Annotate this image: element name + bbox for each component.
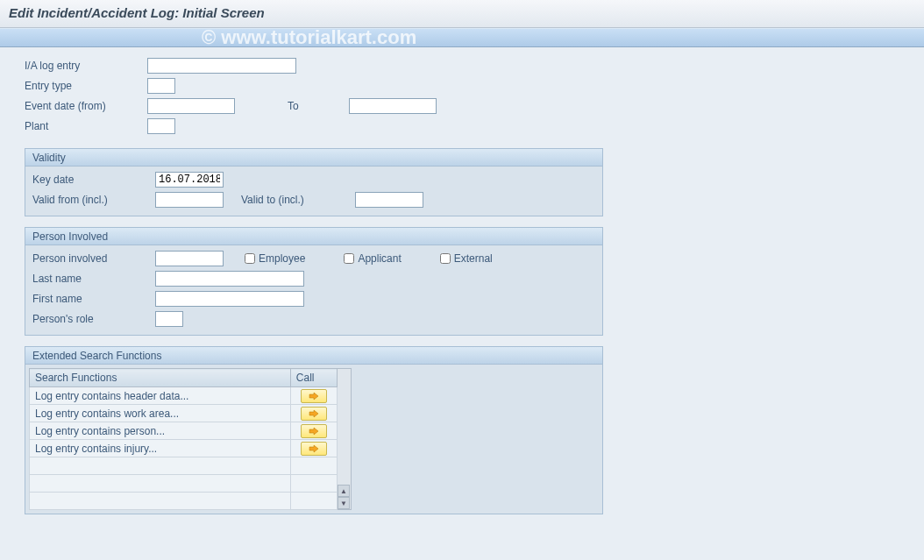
valid-to-input[interactable] (355, 192, 423, 208)
event-date-from-label: Event date (from) (25, 100, 147, 112)
event-date-to-input[interactable] (349, 98, 437, 114)
first-name-label: First name (32, 293, 155, 305)
external-checkbox[interactable] (440, 253, 451, 264)
call-button[interactable] (301, 407, 327, 421)
svg-marker-2 (309, 428, 318, 435)
table-row-empty (30, 493, 338, 510)
table-row: Log entry contains person... (30, 422, 338, 440)
scroll-up-icon[interactable]: ▲ (338, 485, 350, 497)
validity-header: Validity (25, 149, 602, 167)
filter-block: I/A log entry Entry type Event date (fro… (25, 56, 915, 136)
search-functions-body: Log entry contains header data... Log en… (30, 387, 338, 510)
col-call[interactable]: Call (290, 369, 337, 387)
applicant-checkbox-wrap[interactable]: Applicant (340, 251, 401, 266)
table-row: Log entry contains header data... (30, 387, 338, 405)
person-involved-label: Person involved (32, 252, 155, 265)
external-label: External (454, 252, 493, 265)
arrow-right-icon (309, 409, 319, 418)
search-func-label[interactable]: Log entry contains work area... (30, 405, 291, 422)
applicant-label: Applicant (358, 252, 401, 265)
search-func-label[interactable]: Log entry contains header data... (30, 387, 291, 405)
call-button[interactable] (301, 442, 327, 456)
event-date-to-label: To (288, 100, 314, 112)
arrow-right-icon (309, 427, 319, 436)
search-functions-table: Search Functions Call Log entry contains… (29, 368, 338, 510)
person-role-label: Person's role (32, 313, 155, 325)
applicant-checkbox[interactable] (344, 253, 354, 264)
key-date-input[interactable] (155, 172, 224, 188)
svg-marker-0 (309, 393, 318, 400)
arrow-right-icon (309, 444, 319, 453)
table-row-empty (30, 457, 338, 475)
scroll-down-icon[interactable]: ▼ (338, 497, 350, 509)
scroll-track[interactable] (338, 369, 351, 485)
first-name-input[interactable] (155, 291, 304, 307)
col-search-functions[interactable]: Search Functions (30, 369, 291, 387)
external-checkbox-wrap[interactable]: External (437, 251, 493, 266)
extended-group: Extended Search Functions Search Functio… (25, 346, 603, 514)
event-date-from-input[interactable] (147, 98, 235, 114)
person-group: Person Involved Person involved Employee… (25, 227, 603, 336)
person-role-input[interactable] (155, 311, 183, 327)
call-button[interactable] (301, 424, 327, 438)
search-func-label[interactable]: Log entry contains injury... (30, 440, 291, 457)
table-scrollbar[interactable]: ▲ ▼ (338, 368, 352, 510)
plant-input[interactable] (147, 118, 175, 134)
ia-log-entry-input[interactable] (147, 58, 296, 74)
employee-checkbox[interactable] (245, 253, 255, 264)
ia-log-entry-label: I/A log entry (25, 60, 147, 72)
key-date-label: Key date (32, 174, 155, 186)
validity-group: Validity Key date Valid from (incl.) Val… (25, 148, 603, 216)
employee-label: Employee (259, 252, 305, 265)
table-row: Log entry contains work area... (30, 405, 338, 422)
last-name-label: Last name (32, 273, 155, 285)
call-button[interactable] (301, 389, 327, 403)
valid-to-label: Valid to (incl.) (241, 194, 355, 206)
toolbar-strip (0, 28, 924, 47)
last-name-input[interactable] (155, 271, 304, 287)
entry-type-label: Entry type (25, 80, 147, 92)
employee-checkbox-wrap[interactable]: Employee (241, 251, 305, 266)
person-involved-input[interactable] (155, 251, 224, 266)
content-area: I/A log entry Entry type Event date (fro… (0, 47, 924, 534)
title-bar: Edit Incident/Accident Log: Initial Scre… (0, 0, 924, 28)
search-func-label[interactable]: Log entry contains person... (30, 422, 291, 440)
plant-label: Plant (25, 120, 147, 132)
valid-from-label: Valid from (incl.) (32, 194, 155, 206)
person-header: Person Involved (25, 228, 602, 245)
table-row-empty (30, 475, 338, 493)
entry-type-input[interactable] (147, 78, 175, 94)
arrow-right-icon (309, 392, 319, 401)
extended-header: Extended Search Functions (25, 347, 602, 365)
valid-from-input[interactable] (155, 192, 224, 208)
svg-marker-3 (309, 445, 318, 452)
page-title: Edit Incident/Accident Log: Initial Scre… (9, 5, 915, 20)
table-row: Log entry contains injury... (30, 440, 338, 457)
svg-marker-1 (309, 410, 318, 417)
